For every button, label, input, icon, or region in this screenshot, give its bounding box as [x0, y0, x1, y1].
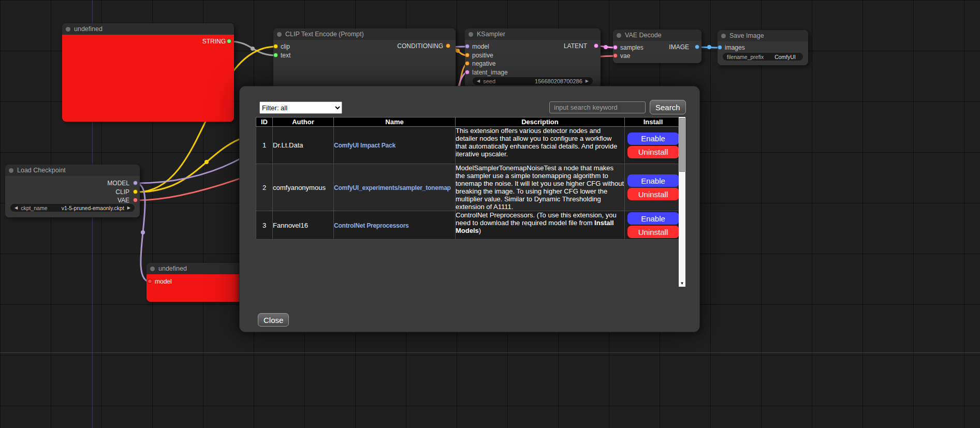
uninstall-button[interactable]: Uninstall	[627, 226, 679, 238]
input-port-model[interactable]	[148, 279, 152, 284]
node-vae-decode[interactable]: VAE Decode samples vae IMAGE	[613, 29, 701, 63]
input-port-positive[interactable]	[465, 53, 470, 57]
link-midpoint-dot[interactable]	[141, 230, 145, 234]
node-titlebar[interactable]: CLIP Text Encode (Prompt)	[273, 28, 456, 40]
node-collapse-dot[interactable]	[66, 27, 70, 32]
output-port-latent[interactable]	[594, 43, 598, 48]
widget-value: ComfyUI	[774, 54, 796, 60]
node-ksampler[interactable]: KSampler model positive negative latent_…	[465, 28, 601, 88]
link-midpoint-dot[interactable]	[251, 47, 255, 51]
input-label: model	[155, 278, 172, 285]
widget-label: ckpt_name	[21, 205, 47, 211]
ckpt-name-widget[interactable]: ◀ ckpt_name v1-5-pruned-emaonly.ckpt ▶	[10, 204, 135, 212]
extension-install-cell: Enable Uninstall	[625, 127, 682, 164]
decrement-arrow-icon[interactable]: ◀	[477, 77, 480, 85]
output-label: VAE	[118, 197, 129, 204]
output-port-vae[interactable]	[133, 198, 138, 202]
node-titlebar[interactable]: VAE Decode	[613, 29, 701, 41]
extension-row: 3 Fannovel16 ControlNet Preprocessors Co…	[256, 211, 682, 240]
seed-widget[interactable]: ◀ seed 156680208700286 ▶	[473, 77, 593, 85]
input-label: model	[472, 43, 489, 50]
node-titlebar[interactable]: Load Checkpoint	[5, 165, 140, 176]
output-port-model[interactable]	[133, 181, 138, 185]
node-save-image[interactable]: Save Image images filename_prefix ComfyU…	[718, 30, 808, 65]
node-collapse-dot[interactable]	[617, 33, 621, 38]
node-collapse-dot[interactable]	[277, 32, 282, 37]
node-titlebar[interactable]: KSampler	[465, 28, 601, 40]
output-port-conditioning[interactable]	[446, 43, 450, 48]
node-collapse-dot[interactable]	[150, 267, 155, 271]
scrollbar-down-button[interactable]: ▼	[679, 280, 685, 287]
extension-author: Fannovel16	[273, 211, 334, 240]
node-title: VAE Decode	[625, 32, 662, 39]
widget-label: filename_prefix	[727, 54, 764, 60]
input-port-text[interactable]	[273, 53, 278, 57]
link-midpoint-dot[interactable]	[204, 160, 209, 164]
node-title: undefined	[74, 25, 103, 33]
extension-author: comfyanonymous	[273, 164, 334, 211]
node-collapse-dot[interactable]	[9, 168, 13, 173]
node-titlebar[interactable]: Save Image	[718, 30, 808, 41]
output-label: LATENT	[564, 42, 587, 50]
input-port-model[interactable]	[465, 44, 470, 49]
link-midpoint-dot[interactable]	[456, 49, 460, 53]
extension-row: 1 Dr.Lt.Data ComfyUI Impact Pack This ex…	[256, 127, 682, 164]
node-clip-text-encode[interactable]: CLIP Text Encode (Prompt) clip text COND…	[273, 28, 456, 88]
input-port-vae[interactable]	[613, 53, 618, 58]
header-id: ID	[256, 117, 273, 127]
input-label: negative	[472, 60, 495, 67]
widget-value: 156680208700286	[535, 78, 582, 84]
comfyui-canvas[interactable]: undefined STRING CLIP Text Encode (Promp…	[0, 0, 980, 428]
node-titlebar[interactable]: undefined	[62, 23, 234, 35]
node-body	[62, 35, 234, 122]
extension-install-cell: Enable Uninstall	[625, 164, 682, 211]
link-midpoint-dot[interactable]	[707, 45, 711, 49]
node-collapse-dot[interactable]	[721, 34, 726, 38]
input-port-negative[interactable]	[465, 61, 470, 66]
node-collapse-dot[interactable]	[469, 32, 473, 37]
header-install: Install	[625, 117, 682, 127]
input-label: images	[725, 44, 745, 51]
input-label: vae	[620, 52, 630, 60]
scrollbar-thumb[interactable]	[679, 118, 685, 172]
output-port-clip[interactable]	[133, 189, 138, 194]
scroll-down-icon: ▼	[680, 281, 684, 286]
enable-button[interactable]: Enable	[627, 174, 679, 187]
node-title: undefined	[158, 265, 187, 272]
node-undefined-top[interactable]: undefined STRING	[62, 23, 234, 122]
node-load-checkpoint[interactable]: Load Checkpoint MODEL CLIP VAE ◀ ckpt_na…	[5, 165, 140, 217]
output-port-string[interactable]	[227, 39, 231, 43]
input-port-images[interactable]	[718, 45, 722, 50]
input-port-samples[interactable]	[613, 45, 618, 50]
table-scrollbar[interactable]: ▼	[679, 117, 685, 287]
extension-description: ControlNet Preprocessors. (To use this e…	[456, 211, 625, 240]
increment-arrow-icon[interactable]: ▶	[586, 77, 589, 85]
enable-button[interactable]: Enable	[627, 212, 679, 225]
filename-prefix-widget[interactable]: filename_prefix ComfyUI	[723, 53, 803, 61]
input-label: text	[281, 52, 290, 59]
table-header-row: ID Author Name Description Install	[256, 117, 682, 127]
extension-link[interactable]: ComfyUI_experiments/sampler_tonemap	[334, 184, 451, 191]
node-title: KSampler	[477, 31, 505, 38]
extension-id: 2	[256, 164, 273, 211]
uninstall-button[interactable]: Uninstall	[627, 146, 679, 158]
input-port-latent-image[interactable]	[465, 70, 470, 75]
filter-select[interactable]: Filter: all	[259, 101, 342, 114]
header-description: Description	[456, 117, 625, 127]
header-name: Name	[334, 117, 456, 127]
link-midpoint-dot[interactable]	[604, 45, 608, 49]
output-port-image[interactable]	[695, 45, 699, 49]
uninstall-button[interactable]: Uninstall	[627, 188, 679, 200]
extension-link[interactable]: ControlNet Preprocessors	[334, 222, 409, 229]
extension-link[interactable]: ComfyUI Impact Pack	[334, 142, 396, 149]
close-button[interactable]: Close	[258, 313, 289, 327]
search-input[interactable]	[549, 101, 646, 113]
extension-author: Dr.Lt.Data	[273, 127, 334, 164]
enable-button[interactable]: Enable	[627, 132, 679, 145]
node-title: Load Checkpoint	[17, 167, 66, 174]
next-arrow-icon[interactable]: ▶	[127, 204, 130, 212]
input-label: latent_image	[472, 69, 508, 76]
search-button[interactable]: Search	[650, 100, 686, 114]
previous-arrow-icon[interactable]: ◀	[14, 204, 18, 212]
input-port-clip[interactable]	[273, 44, 278, 49]
